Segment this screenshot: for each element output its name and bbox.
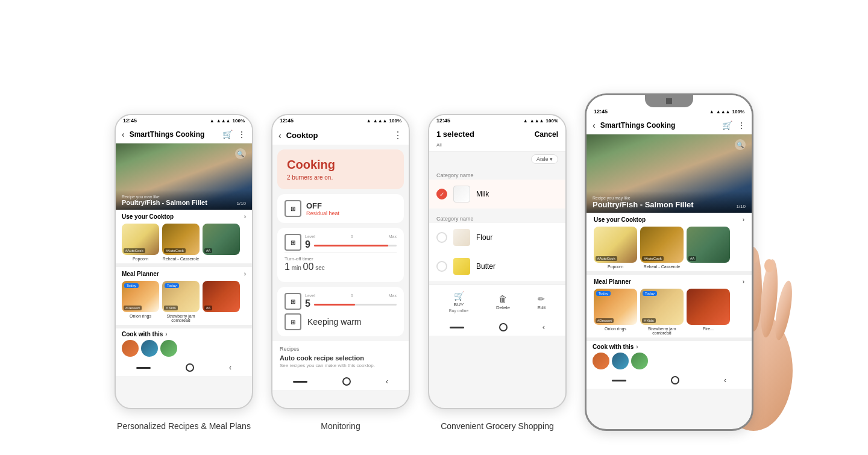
timer-min-9: 1 bbox=[285, 262, 290, 272]
nav-circle-2[interactable] bbox=[342, 377, 351, 386]
cooktop-arrow-1[interactable]: › bbox=[244, 213, 246, 220]
back-icon-1[interactable]: ‹ bbox=[122, 130, 125, 139]
nav-circle-3[interactable] bbox=[499, 323, 508, 331]
slider-track-9[interactable] bbox=[314, 245, 397, 246]
check-circle-flour[interactable] bbox=[436, 232, 447, 243]
check-circle-milk[interactable] bbox=[436, 189, 447, 199]
hero-area-4: 🔍 Recipe you may like Poultry/Fish - Sal… bbox=[587, 134, 752, 213]
recipes-section-2: Recipes Auto cook recipe selection See r… bbox=[272, 341, 409, 373]
cook-section-4: Cook with this › bbox=[587, 341, 752, 372]
recipe-card-4-0[interactable]: #AutoCook Popcorn bbox=[594, 227, 637, 269]
burner-icon-9: ⊞ bbox=[285, 234, 301, 251]
recipe-thumb-1-1: #AutoCook bbox=[162, 224, 200, 255]
search-icon-4[interactable]: 🔍 bbox=[735, 139, 746, 150]
meal-card-4-1[interactable]: Today # Kids Strawberry jam cornbread bbox=[640, 289, 684, 335]
app-header-1: ‹ SmartThings Cooking 🛒 ⋮ bbox=[116, 126, 252, 143]
recipe-card-4-1[interactable]: #AutoCook Reheat - Casserole bbox=[640, 227, 684, 269]
item-image-milk bbox=[453, 186, 470, 202]
cooktop-arrow-4[interactable]: › bbox=[743, 216, 744, 223]
grocery-item-flour[interactable]: Flour bbox=[429, 223, 565, 252]
nav-pill-2[interactable] bbox=[293, 381, 307, 383]
menu-icon-2[interactable]: ⋮ bbox=[393, 130, 403, 141]
recipes-label-2: Recipes bbox=[280, 346, 401, 352]
level-value-5: 5 bbox=[305, 298, 310, 309]
hero-overlay-1: Recipe you may like Poultry/Fish - Salmo… bbox=[116, 190, 252, 210]
cook-avatar-4-2 bbox=[612, 353, 629, 369]
slider-max-9: Max bbox=[389, 234, 397, 239]
back-icon-2[interactable]: ‹ bbox=[278, 131, 281, 140]
status-icons-4: ▲ ▲▲▲ 100% bbox=[709, 109, 744, 115]
cart-icon-4[interactable]: 🛒 bbox=[722, 121, 732, 130]
recipe-name-1-0: Popcorn bbox=[122, 257, 159, 261]
cooktop-section-4: Use your Cooktop › #AutoCook Popcorn bbox=[587, 213, 752, 271]
nav-back-1[interactable]: ‹ bbox=[229, 363, 231, 372]
phone-section-1: 12:45 ▲ ▲▲▲ 100% ‹ SmartThings Cooking 🛒… bbox=[115, 114, 253, 431]
grocery-action-buy[interactable]: 🛒 BUY Buy online bbox=[449, 291, 469, 313]
check-circle-butter[interactable] bbox=[436, 261, 447, 272]
delete-label: Delete bbox=[496, 305, 510, 310]
header-icons-4: 🛒 ⋮ bbox=[722, 121, 746, 130]
cook-title-4: Cook with this › bbox=[593, 344, 746, 350]
cancel-button-3[interactable]: Cancel bbox=[535, 130, 558, 139]
signal-icon-4: ▲▲▲ bbox=[716, 109, 731, 115]
all-tab-3[interactable]: All bbox=[429, 142, 565, 152]
cook-avatars-4 bbox=[593, 353, 746, 369]
cart-icon-1[interactable]: 🛒 bbox=[222, 130, 233, 139]
hero-count-1: 1/10 bbox=[236, 201, 246, 206]
nav-pill-4[interactable] bbox=[612, 380, 626, 381]
burner-card-9: ⊞ Level 0 Max 9 bbox=[277, 228, 404, 282]
cook-avatar-4-1 bbox=[593, 353, 609, 369]
meal-thumb-1-1: Today # Kids bbox=[162, 281, 200, 312]
cook-avatar-4-3 bbox=[631, 353, 648, 369]
nav-back-2[interactable]: ‹ bbox=[386, 377, 388, 386]
nav-back-4[interactable]: ‹ bbox=[724, 376, 726, 384]
meal-planner-arrow-1[interactable]: › bbox=[244, 271, 246, 277]
wifi-icon-4: ▲ bbox=[709, 109, 714, 115]
back-icon-4[interactable]: ‹ bbox=[593, 121, 596, 130]
status-icons-2: ▲ ▲▲▲ 100% bbox=[366, 118, 401, 124]
meal-name-1-0: Onion rings bbox=[122, 314, 159, 318]
burner-card-5: ⊞ Level 0 Max 5 bbox=[277, 287, 404, 336]
cook-section-1: Cook with this › bbox=[116, 328, 252, 359]
meal-grid-1: Today #Dessert Onion rings Today # Kids … bbox=[122, 281, 246, 322]
meal-card-1-0[interactable]: Today #Dessert Onion rings bbox=[122, 281, 159, 322]
recipe-card-1-2[interactable]: #A bbox=[203, 224, 240, 261]
meal-card-4-2[interactable]: Fire... bbox=[687, 289, 730, 335]
recipe-card-1-1[interactable]: #AutoCook Reheat - Casserole bbox=[162, 224, 200, 261]
meal-card-1-2[interactable]: #A bbox=[203, 281, 240, 322]
menu-icon-4[interactable]: ⋮ bbox=[737, 121, 746, 130]
item-name-butter: Butter bbox=[476, 262, 495, 271]
grocery-item-milk[interactable]: Milk bbox=[429, 180, 565, 209]
recipe-grid-1: #AutoCook Popcorn #AutoCook Reheat - Cas… bbox=[122, 224, 246, 261]
grocery-action-delete[interactable]: 🗑 Delete bbox=[496, 294, 510, 310]
meal-card-1-1[interactable]: Today # Kids Strawberry jam cornbread bbox=[162, 281, 200, 322]
cook-avatar-2 bbox=[141, 340, 158, 357]
timer-label-9: Turn-off timer bbox=[285, 256, 397, 262]
nav-pill-1[interactable] bbox=[136, 367, 151, 369]
search-icon-1[interactable]: 🔍 bbox=[235, 148, 246, 159]
nav-circle-4[interactable] bbox=[671, 376, 679, 384]
status-icons-1: ▲ ▲▲▲ 100% bbox=[210, 118, 245, 124]
grocery-item-butter[interactable]: Butter bbox=[429, 252, 565, 281]
nav-pill-3[interactable] bbox=[450, 327, 464, 328]
recipe-tag-4-1: #AutoCook bbox=[642, 256, 664, 261]
cook-label-4: Cook with this bbox=[593, 344, 634, 350]
hero-label-1: Recipe you may like bbox=[122, 195, 246, 199]
nav-circle-1[interactable] bbox=[186, 363, 194, 372]
recipe-card-1-0[interactable]: #AutoCook Popcorn bbox=[122, 224, 159, 261]
hero-count-4: 1/10 bbox=[736, 204, 746, 209]
cook-arrow-1[interactable]: › bbox=[165, 331, 167, 337]
nav-back-3[interactable]: ‹ bbox=[542, 323, 545, 331]
menu-icon-1[interactable]: ⋮ bbox=[237, 130, 246, 139]
cook-arrow-4[interactable]: › bbox=[636, 344, 638, 350]
recipe-card-4-2[interactable]: #A bbox=[687, 227, 730, 269]
slider-track-5[interactable] bbox=[314, 304, 397, 306]
aisle-button-3[interactable]: Aisle ▾ bbox=[531, 154, 558, 164]
cooking-card-2: Cooking 2 burners are on. bbox=[277, 149, 404, 189]
aisle-filter-3: Aisle ▾ bbox=[429, 152, 565, 166]
recipe-grid-4: #AutoCook Popcorn #AutoCook Reheat - Cas… bbox=[594, 227, 744, 269]
meal-card-4-0[interactable]: Today #Dessert Onion rings bbox=[594, 289, 637, 335]
meal-planner-arrow-4[interactable]: › bbox=[743, 278, 744, 285]
grocery-action-edit[interactable]: ✏ Edit bbox=[537, 294, 546, 310]
samsung-nav-4: ‹ bbox=[587, 372, 752, 389]
